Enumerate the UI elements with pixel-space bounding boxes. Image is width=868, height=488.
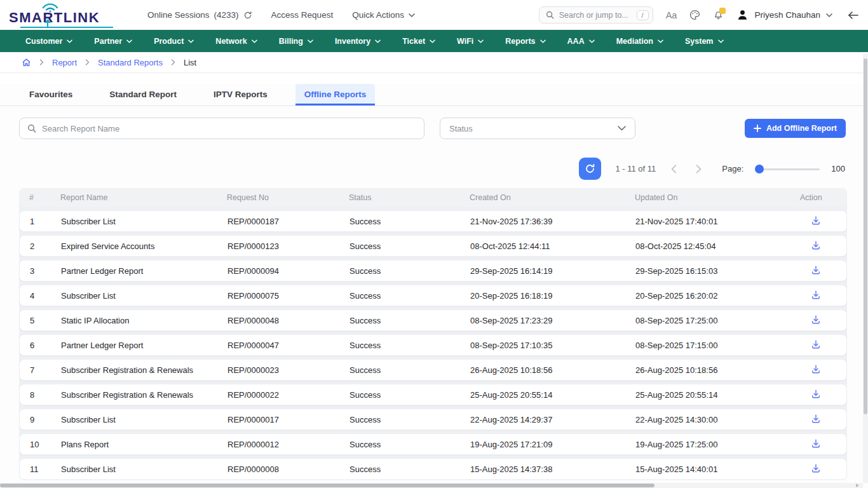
- pagination-range: 1 - 11 of 11: [615, 164, 656, 173]
- download-icon[interactable]: [811, 463, 821, 473]
- page-size-slider[interactable]: [755, 165, 820, 173]
- table-row: 3 Partner Ledger Report REP/0000094 Succ…: [19, 260, 847, 281]
- cell-created-on: 26-Aug-2025 10:18:56: [470, 365, 635, 375]
- previous-page-icon[interactable]: [667, 165, 681, 173]
- vertical-scrollbar-thumb[interactable]: [864, 58, 867, 414]
- nav-item[interactable]: Mediation: [616, 37, 663, 46]
- offline-reports-table: #Report NameRequest NoStatusCreated OnUp…: [19, 188, 847, 480]
- nav-item[interactable]: AAA: [567, 37, 595, 46]
- cell-report-name: Expired Service Accounts: [61, 241, 227, 251]
- cell-index: 5: [20, 316, 61, 325]
- download-icon[interactable]: [811, 215, 821, 226]
- tab-favourites[interactable]: Favourites: [20, 84, 81, 105]
- cell-updated-on: 19-Aug-2025 17:25:00: [635, 440, 801, 449]
- collapse-back-arrow-icon[interactable]: [848, 11, 859, 20]
- chevron-down-icon: [308, 39, 313, 43]
- cell-status: Success: [349, 316, 470, 325]
- cell-action: [801, 215, 846, 227]
- cell-updated-on: 21-Nov-2025 17:40:01: [635, 217, 801, 226]
- refresh-sessions-icon[interactable]: [243, 11, 252, 20]
- cell-created-on: 08-Oct-2025 12:44:11: [470, 241, 635, 251]
- status-select[interactable]: Status: [440, 118, 635, 139]
- cell-index: 9: [20, 415, 61, 424]
- report-search-input[interactable]: [42, 124, 416, 133]
- tab-offline-reports[interactable]: Offline Reports: [295, 84, 376, 105]
- cell-updated-on: 08-Sep-2025 17:25:00: [635, 316, 801, 325]
- download-icon[interactable]: [811, 339, 821, 349]
- cell-action: [801, 414, 846, 426]
- avatar: [736, 9, 749, 21]
- nav-item[interactable]: Partner: [94, 37, 132, 46]
- cell-action: [801, 240, 846, 252]
- table-header-cell: Action: [800, 193, 847, 202]
- cell-status: Success: [349, 217, 470, 226]
- nav-item-label: Inventory: [335, 37, 370, 46]
- table-header-cell: Updated On: [635, 193, 800, 202]
- download-icon[interactable]: [811, 240, 821, 250]
- notifications-bell-icon[interactable]: [713, 10, 724, 20]
- nav-item[interactable]: Billing: [279, 37, 313, 46]
- cell-created-on: 08-Sep-2025 17:10:35: [470, 341, 635, 350]
- theme-palette-icon[interactable]: [689, 10, 700, 20]
- tab-iptv-reports[interactable]: IPTV Reports: [205, 84, 276, 105]
- cell-updated-on: 08-Oct-2025 12:45:04: [635, 241, 801, 251]
- text-size-toggle[interactable]: Aa: [666, 10, 677, 20]
- download-icon[interactable]: [811, 414, 821, 424]
- breadcrumb-standard-reports[interactable]: Standard Reports: [98, 58, 163, 67]
- download-icon[interactable]: [811, 438, 821, 449]
- nav-item[interactable]: Reports: [505, 37, 545, 46]
- download-icon[interactable]: [811, 315, 821, 325]
- nav-item-label: System: [685, 37, 713, 46]
- access-request-link[interactable]: Access Request: [271, 10, 334, 20]
- online-sessions[interactable]: Online Sessions (4233): [147, 10, 252, 20]
- nav-item[interactable]: Customer: [25, 37, 72, 46]
- nav-item[interactable]: System: [685, 37, 723, 46]
- horizontal-scrollbar-thumb[interactable]: [0, 484, 654, 487]
- home-icon[interactable]: [22, 58, 31, 67]
- user-menu[interactable]: Priyesh Chauhan: [736, 9, 832, 21]
- global-search-input[interactable]: [559, 11, 632, 20]
- nav-item[interactable]: Network: [215, 37, 257, 46]
- nav-item[interactable]: Inventory: [335, 37, 381, 46]
- refresh-table-button[interactable]: [579, 158, 601, 180]
- tab-standard-report[interactable]: Standard Report: [100, 84, 186, 105]
- download-icon[interactable]: [811, 389, 821, 399]
- download-icon[interactable]: [811, 290, 821, 300]
- cell-created-on: 22-Aug-2025 14:29:37: [470, 415, 635, 424]
- breadcrumb-separator-icon: [85, 59, 90, 65]
- cell-report-name: Partner Ledger Report: [61, 266, 227, 276]
- next-page-icon[interactable]: [692, 165, 705, 173]
- cell-status: Success: [349, 390, 470, 400]
- logo-text: SMARTLINK: [9, 10, 100, 26]
- slider-thumb[interactable]: [755, 165, 764, 173]
- table-row: 8 Subscriber Registration & Renewals REP…: [19, 384, 847, 405]
- nav-item[interactable]: Ticket: [402, 37, 435, 46]
- global-search[interactable]: /: [539, 6, 653, 24]
- report-search[interactable]: [19, 118, 424, 139]
- cell-request-no: REP/0000048: [227, 316, 349, 325]
- cell-request-no: REP/0000023: [227, 365, 349, 375]
- table-header-cell: Status: [349, 193, 470, 202]
- download-icon[interactable]: [811, 364, 821, 374]
- quick-actions-label: Quick Actions: [352, 10, 404, 20]
- vertical-scrollbar[interactable]: [863, 53, 868, 483]
- nav-item[interactable]: WiFi: [457, 37, 484, 46]
- table-row: 10 Plans Report REP/0000012 Success 19-A…: [19, 433, 847, 455]
- smartlink-logo[interactable]: SMARTLINK: [8, 3, 117, 28]
- download-icon[interactable]: [811, 265, 821, 275]
- pagination-row: 1 - 11 of 11 Page: 100: [0, 158, 868, 180]
- breadcrumb-report[interactable]: Report: [52, 58, 77, 67]
- cell-created-on: 19-Aug-2025 17:21:09: [470, 440, 635, 449]
- breadcrumb: Report Standard Reports List: [0, 52, 868, 73]
- cell-request-no: REP/0000012: [227, 440, 349, 449]
- add-offline-report-button[interactable]: Add Offline Report: [745, 119, 846, 138]
- cell-action: [801, 438, 846, 451]
- scroll-right-arrow-icon[interactable]: [856, 484, 859, 487]
- horizontal-scrollbar[interactable]: [0, 483, 863, 488]
- cell-action: [801, 265, 846, 277]
- report-tabs: Favourites Standard Report IPTV Reports …: [0, 84, 868, 106]
- cell-status: Success: [349, 241, 470, 251]
- cell-request-no: REP/0000008: [227, 464, 349, 474]
- nav-item[interactable]: Product: [154, 37, 194, 46]
- quick-actions-menu[interactable]: Quick Actions: [352, 10, 415, 20]
